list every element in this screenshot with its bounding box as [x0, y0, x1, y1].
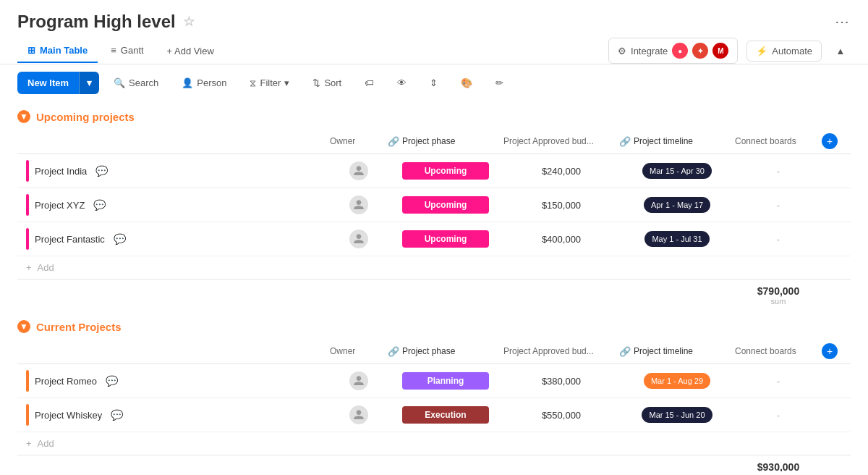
phase-link-icon: 🔗 [388, 136, 399, 147]
group-title-current: Current Projects [36, 321, 122, 333]
row-indicator [26, 160, 29, 182]
integrate-button[interactable]: ⚙ Integrate ● ✦ M [608, 38, 738, 64]
phase-cell: Execution [388, 406, 503, 424]
edit-icon: ✏ [495, 77, 503, 88]
timeline-cell: Mar 15 - Jun 20 [619, 407, 735, 423]
automate-icon: ⚡ [756, 46, 767, 56]
col-header-add[interactable]: + [822, 133, 851, 149]
tag-icon-button[interactable]: 🏷 [356, 73, 383, 93]
timeline-badge: Mar 15 - Apr 30 [642, 163, 712, 179]
sum-value: $790,000 [735, 285, 822, 297]
add-row-button[interactable]: + Add [17, 256, 851, 279]
page-title: Program High level [17, 12, 176, 32]
timeline-badge: Apr 1 - May 17 [644, 197, 710, 213]
sum-row-current: $930,000 sum [17, 455, 851, 471]
col-header-owner: Owner [330, 136, 388, 146]
table-row: Project Romeo 💬 Planning $380,000 Mar 1 … [17, 364, 851, 398]
add-view-button[interactable]: + Add View [157, 40, 224, 62]
group-toggle-current[interactable]: ▼ [17, 320, 30, 333]
new-item-dropdown-arrow[interactable]: ▾ [79, 72, 99, 94]
row-cell-name: Project XYZ 💬 [17, 188, 330, 222]
hide-button[interactable]: 👁 [388, 73, 415, 93]
add-row-button[interactable]: + Add [17, 432, 851, 455]
avatar [349, 230, 368, 248]
table-upcoming: Owner 🔗 Project phase Project Approved b… [0, 129, 868, 311]
phase-cell: Upcoming [388, 230, 503, 248]
phase-badge: Upcoming [402, 230, 489, 248]
phase-cell: Upcoming [388, 196, 503, 214]
search-button[interactable]: 🔍 Search [105, 73, 167, 93]
sort-button[interactable]: ⇅ Sort [304, 73, 350, 93]
table-row: Project Fantastic 💬 Upcoming $400,000 Ma… [17, 222, 851, 256]
comment-icon[interactable]: 💬 [93, 199, 106, 211]
col-header-timeline: 🔗 Project timeline [619, 346, 735, 357]
more-icon[interactable]: ⋯ [835, 13, 851, 30]
connect-cell: - [735, 200, 822, 211]
owner-cell [330, 371, 388, 390]
table-current: Owner 🔗 Project phase Project Approved b… [0, 339, 868, 471]
connect-cell: - [735, 234, 822, 245]
tab-main-table[interactable]: ⊞ Main Table [17, 39, 98, 63]
col-header-phase: 🔗 Project phase [388, 346, 503, 357]
table-header-upcoming: Owner 🔗 Project phase Project Approved b… [17, 129, 851, 154]
sum-label: sum [735, 297, 822, 306]
person-button[interactable]: 👤 Person [173, 73, 235, 93]
group-current: ▼ Current Projects Owner 🔗 Project phase… [0, 311, 868, 471]
group-toggle-upcoming[interactable]: ▼ [17, 110, 30, 123]
color-button[interactable]: 🎨 [452, 73, 481, 93]
col-header-budget: Project Approved bud... [503, 346, 619, 356]
search-icon: 🔍 [114, 77, 125, 88]
comment-icon[interactable]: 💬 [106, 375, 118, 387]
phase-link-icon: 🔗 [388, 346, 399, 357]
timeline-badge: Mar 15 - Jun 20 [642, 407, 712, 423]
integrate-avatar-3: M [712, 43, 728, 59]
star-icon[interactable]: ☆ [183, 14, 195, 30]
connect-cell: - [735, 410, 822, 421]
tab-gantt[interactable]: ≡ Gantt [101, 39, 153, 63]
filter-icon: ⧖ [250, 77, 256, 89]
app-header: Program High level ☆ ⋯ ⊞ Main Table ≡ Ga… [0, 0, 868, 101]
table-row: Project India 💬 Upcoming $240,000 Mar 15… [17, 154, 851, 188]
integrate-avatar-1: ● [672, 43, 688, 59]
comment-icon[interactable]: 💬 [111, 409, 123, 421]
row-indicator [26, 228, 29, 250]
phase-badge: Planning [402, 372, 489, 390]
table-header-current: Owner 🔗 Project phase Project Approved b… [17, 339, 851, 364]
timeline-cell: May 1 - Jul 31 [619, 231, 735, 247]
row-height-button[interactable]: ⇕ [421, 73, 446, 93]
row-indicator [26, 404, 29, 426]
row-cell-name: Project India 💬 [17, 154, 330, 188]
col-header-budget: Project Approved bud... [503, 136, 619, 146]
add-icon: + [26, 262, 32, 273]
group-header-current: ▼ Current Projects [0, 311, 868, 339]
col-header-add[interactable]: + [822, 343, 851, 359]
timeline-cell: Apr 1 - May 17 [619, 197, 735, 213]
timeline-cell: Mar 15 - Apr 30 [619, 163, 735, 179]
timeline-badge: May 1 - Jul 31 [644, 231, 709, 247]
add-icon: + [26, 438, 32, 449]
filter-button[interactable]: ⧖ Filter ▾ [241, 73, 298, 93]
owner-cell [330, 230, 388, 248]
comment-icon[interactable]: 💬 [114, 233, 126, 245]
owner-cell [330, 161, 388, 180]
new-item-button[interactable]: New Item ▾ [17, 72, 99, 94]
filter-dropdown-icon: ▾ [284, 77, 289, 88]
main-content: ▼ Upcoming projects Owner 🔗 Project phas… [0, 101, 868, 471]
row-indicator [26, 370, 29, 392]
avatar [349, 371, 368, 390]
main-table-icon: ⊞ [27, 45, 35, 56]
timeline-badge: Mar 1 - Aug 29 [644, 373, 710, 389]
automate-button[interactable]: ⚡ Automate [746, 41, 822, 62]
edit-button[interactable]: ✏ [487, 73, 512, 93]
hide-icon: 👁 [397, 77, 407, 88]
phase-badge: Upcoming [402, 196, 489, 214]
sum-row-upcoming: $790,000 sum [17, 279, 851, 311]
sort-icon: ⇅ [312, 77, 320, 88]
budget-cell: $380,000 [503, 376, 619, 387]
connect-cell: - [735, 166, 822, 177]
table-row: Project XYZ 💬 Upcoming $150,000 Apr 1 - … [17, 188, 851, 222]
integrate-avatar-2: ✦ [692, 43, 708, 59]
group-header-upcoming: ▼ Upcoming projects [0, 101, 868, 129]
comment-icon[interactable]: 💬 [95, 165, 108, 177]
collapse-button[interactable]: ▲ [830, 41, 851, 61]
